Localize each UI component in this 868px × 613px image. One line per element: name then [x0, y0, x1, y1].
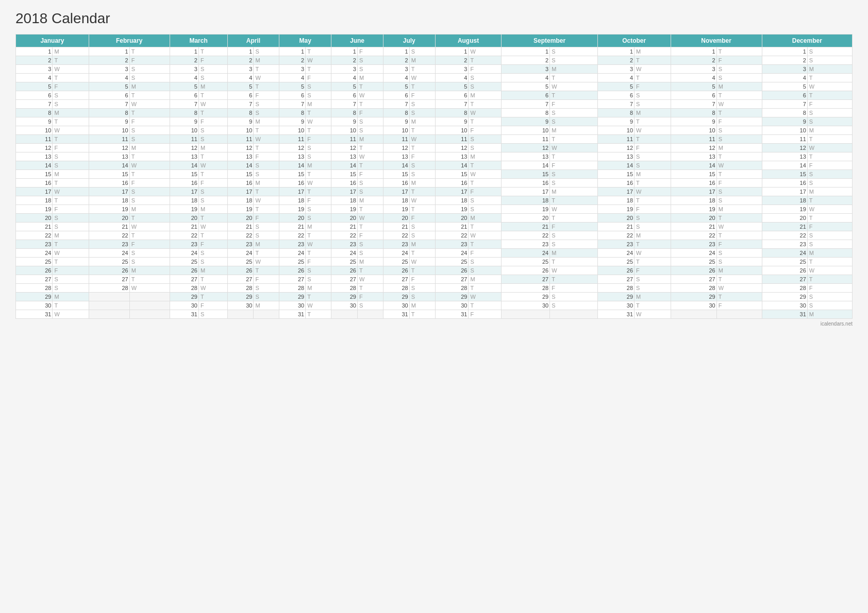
day-number: 8	[331, 109, 358, 117]
day-letter: S	[53, 284, 89, 293]
day-number: 10	[89, 126, 129, 135]
day-letter: S	[254, 109, 279, 117]
day-letter: M	[129, 266, 170, 275]
day-letter: F	[129, 179, 170, 188]
calendar-row: 25T25S25S25W25F25M25W25S25T25T25S25T	[16, 258, 853, 266]
day-number: 3	[89, 65, 129, 74]
day-letter: S	[254, 170, 279, 179]
month-header-january: January	[16, 35, 89, 47]
day-number: 4	[671, 74, 716, 82]
day-letter: T	[254, 82, 279, 91]
day-number: 27	[762, 275, 807, 284]
day-number: 27	[170, 275, 198, 284]
calendar-row: 11T11S11S11W11F11M11W11S11T11T11S11T	[16, 135, 853, 144]
day-number: 14	[227, 161, 254, 170]
day-letter: M	[409, 301, 435, 310]
day-number: 13	[89, 152, 129, 161]
day-letter: S	[469, 196, 502, 205]
day-letter: F	[469, 249, 502, 258]
day-letter: W	[716, 161, 762, 170]
day-number: 14	[502, 161, 550, 170]
day-number: 30	[435, 301, 469, 310]
day-letter: S	[129, 188, 170, 196]
day-letter: T	[635, 301, 671, 310]
day-number: 2	[671, 56, 716, 65]
day-letter: S	[635, 100, 671, 109]
day-letter: S	[409, 170, 435, 179]
day-number: 22	[16, 231, 53, 240]
day-letter: S	[469, 135, 502, 144]
day-letter: W	[254, 74, 279, 82]
day-letter: S	[635, 91, 671, 100]
calendar-row: 21S21W21W21S21M21T21S21T21F21S21W21F	[16, 223, 853, 231]
day-number: 5	[502, 82, 550, 91]
day-number: 24	[671, 249, 716, 258]
day-number: 29	[279, 293, 306, 301]
day-number: 5	[383, 82, 409, 91]
day-letter: W	[357, 152, 383, 161]
day-number: 19	[502, 205, 550, 214]
day-letter: T	[198, 47, 227, 56]
day-number: 19	[435, 205, 469, 214]
day-number: 24	[227, 249, 254, 258]
day-number: 30	[331, 301, 358, 310]
day-number: 18	[227, 196, 254, 205]
day-letter: T	[409, 188, 435, 196]
day-letter: F	[357, 109, 383, 117]
day-letter: M	[129, 82, 170, 91]
month-header-february: February	[89, 35, 170, 47]
day-letter: M	[409, 117, 435, 126]
day-number: 8	[279, 109, 306, 117]
day-letter: S	[129, 258, 170, 266]
day-number: 9	[331, 117, 358, 126]
day-number	[89, 293, 129, 301]
day-number: 8	[502, 109, 550, 117]
day-letter: T	[306, 231, 331, 240]
day-number: 15	[383, 170, 409, 179]
day-letter: F	[129, 117, 170, 126]
day-letter: S	[357, 56, 383, 65]
day-letter: W	[635, 310, 671, 319]
day-number: 19	[762, 205, 807, 214]
day-letter: S	[807, 231, 852, 240]
day-number: 9	[227, 117, 254, 126]
day-number: 1	[89, 47, 129, 56]
day-letter: S	[409, 223, 435, 231]
day-letter: T	[550, 214, 598, 223]
day-letter: S	[306, 82, 331, 91]
day-letter: T	[357, 223, 383, 231]
day-letter: M	[635, 170, 671, 179]
calendar-row: 15M15T15T15S15T15F15S15W15S15M15T15S	[16, 170, 853, 179]
day-number: 18	[170, 196, 198, 205]
day-letter: T	[306, 47, 331, 56]
calendar-row: 30T30F30M30W30S30M30T30S30T30F30S	[16, 301, 853, 310]
day-number: 24	[762, 249, 807, 258]
day-letter: M	[550, 188, 598, 196]
day-letter: M	[198, 266, 227, 275]
day-number: 11	[762, 135, 807, 144]
day-number: 14	[89, 161, 129, 170]
day-number: 6	[279, 91, 306, 100]
day-letter: S	[357, 117, 383, 126]
day-number: 1	[762, 47, 807, 56]
day-number: 7	[227, 100, 254, 109]
day-number: 19	[89, 205, 129, 214]
day-number: 19	[227, 205, 254, 214]
day-number: 9	[89, 117, 129, 126]
day-number: 5	[16, 82, 53, 91]
day-number: 10	[762, 126, 807, 135]
day-letter: F	[306, 135, 331, 144]
day-number: 7	[170, 100, 198, 109]
day-letter: S	[357, 249, 383, 258]
day-letter: S	[716, 258, 762, 266]
day-letter: S	[198, 126, 227, 135]
day-number: 25	[671, 258, 716, 266]
day-number: 30	[170, 301, 198, 310]
day-letter: T	[807, 196, 852, 205]
day-letter: F	[635, 82, 671, 91]
day-number: 30	[671, 301, 716, 310]
day-number: 10	[383, 126, 409, 135]
day-letter: T	[198, 91, 227, 100]
day-number: 20	[435, 214, 469, 223]
day-number: 11	[331, 135, 358, 144]
